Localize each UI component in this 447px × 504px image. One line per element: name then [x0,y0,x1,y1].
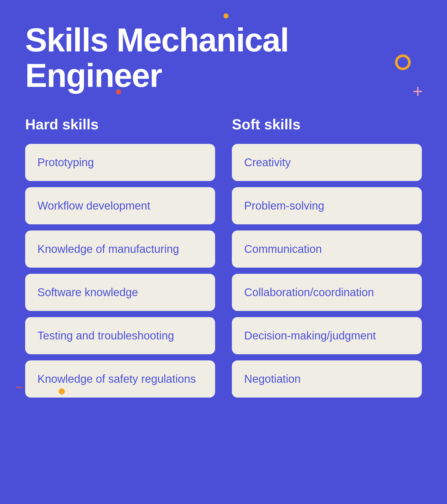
skills-section: Hard skills Prototyping Workflow develop… [25,116,422,398]
soft-skill-label-4: Collaboration/coordination [244,286,374,299]
soft-skill-card-3: Communication [232,230,422,268]
hard-skill-card-1: Prototyping [25,144,215,181]
hard-skill-label-3: Knowledge of manufacturing [37,243,179,255]
hard-skill-label-5: Testing and troubleshooting [37,329,174,342]
hard-skill-card-3: Knowledge of manufacturing [25,230,215,268]
hard-skill-card-4: Software knowledge [25,274,215,311]
hard-skill-card-5: Testing and troubleshooting [25,317,215,354]
soft-skill-card-1: Creativity [232,144,422,181]
hard-skill-label-1: Prototyping [37,156,94,169]
soft-skill-label-2: Problem-solving [244,199,324,212]
soft-skill-label-1: Creativity [244,156,291,169]
hard-skill-label-2: Workflow development [37,199,150,212]
soft-skill-card-2: Problem-solving [232,187,422,224]
soft-skill-card-6: Negotiation [232,360,422,398]
soft-skill-label-3: Communication [244,243,322,255]
deco-dot-orange [116,89,121,94]
hard-skill-card-2: Workflow development [25,187,215,224]
soft-skill-card-5: Decision-making/judgment [232,317,422,354]
deco-plus-icon: + [413,82,422,100]
deco-circle-ring [395,54,411,70]
hard-skill-label-4: Software knowledge [37,286,138,299]
page-container: + ~ Skills Mechanical Engineer Hard skil… [0,0,447,504]
hard-skills-header: Hard skills [25,116,215,133]
soft-skill-label-5: Decision-making/judgment [244,329,376,342]
hard-skills-list: Prototyping Workflow development Knowled… [25,144,215,398]
page-title: Skills Mechanical Engineer [25,22,422,94]
soft-skills-list: Creativity Problem-solving Communication… [232,144,422,398]
soft-skill-card-4: Collaboration/coordination [232,274,422,311]
deco-squiggle-icon: ~ [16,380,23,395]
soft-skill-label-6: Negotiation [244,373,301,385]
soft-skills-column: Soft skills Creativity Problem-solving C… [232,116,422,398]
deco-dot-top [224,13,229,18]
hard-skills-column: Hard skills Prototyping Workflow develop… [25,116,215,398]
hard-skill-card-6: Knowledge of safety regulations [25,360,215,398]
soft-skills-header: Soft skills [232,116,422,133]
deco-dot-orange2 [59,388,65,394]
hard-skill-label-6: Knowledge of safety regulations [37,373,196,385]
